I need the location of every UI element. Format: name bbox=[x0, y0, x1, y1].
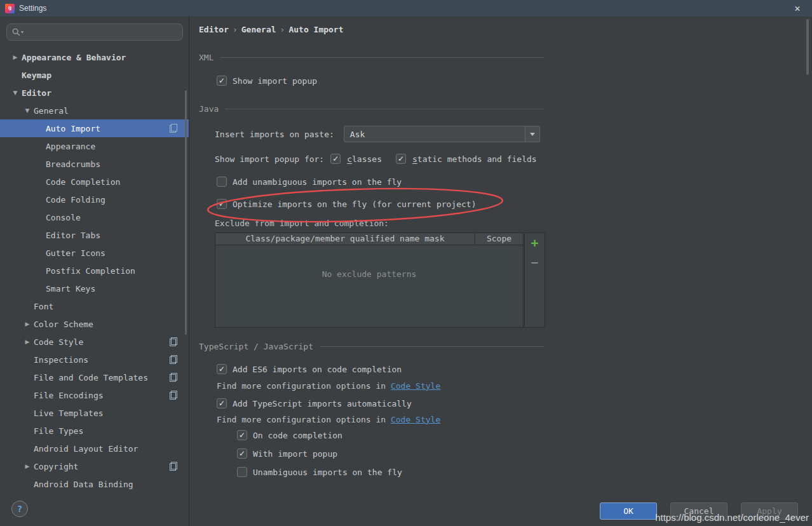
chevron-right-icon[interactable]: ▶ bbox=[21, 339, 34, 345]
mnemonic: s bbox=[412, 154, 417, 164]
exclude-table-toolbar: + − bbox=[524, 233, 545, 328]
show-import-popup-checkbox[interactable] bbox=[217, 76, 227, 86]
es6-imports-label[interactable]: Add ES6 imports on code completion bbox=[233, 365, 402, 374]
unambiguous-imports-label[interactable]: Unambiguous imports on the fly bbox=[253, 468, 402, 477]
sidebar-item-editor-tabs[interactable]: Editor Tabs bbox=[0, 226, 189, 244]
sidebar-item-editor[interactable]: ▼Editor bbox=[0, 84, 189, 102]
on-code-completion-label[interactable]: On code completion bbox=[253, 431, 342, 440]
sidebar-item-appearance-behavior[interactable]: ▶Appearance & Behavior bbox=[0, 48, 189, 66]
chevron-down-icon bbox=[530, 133, 535, 136]
sidebar-item-gutter-icons[interactable]: Gutter Icons bbox=[0, 244, 189, 262]
sidebar-item-label: General bbox=[34, 106, 69, 116]
sidebar-item-label: File Types bbox=[34, 426, 83, 436]
sidebar-item-label: Android Data Binding bbox=[34, 480, 133, 489]
sidebar-item-copyright[interactable]: ▶Copyright bbox=[0, 457, 189, 475]
chevron-down-icon[interactable]: ▼ bbox=[9, 90, 22, 96]
static-methods-checkbox[interactable] bbox=[396, 154, 406, 164]
sidebar-item-keymap[interactable]: Keymap bbox=[0, 66, 189, 84]
sidebar-item-inspections[interactable]: Inspections bbox=[0, 351, 189, 368]
chevron-right-icon[interactable]: ▶ bbox=[21, 463, 34, 469]
on-code-completion-checkbox[interactable] bbox=[237, 430, 247, 440]
insert-imports-value: Ask bbox=[344, 130, 525, 139]
optimize-imports-label[interactable]: Optimize imports on the fly (for current… bbox=[233, 199, 477, 209]
sidebar-item-code-style[interactable]: ▶Code Style bbox=[0, 333, 189, 351]
with-import-popup-checkbox[interactable] bbox=[237, 448, 247, 459]
exclude-from-import-label: Exclude from import and completion: bbox=[215, 219, 389, 228]
es6-imports-checkbox[interactable] bbox=[217, 364, 227, 374]
shared-settings-icon bbox=[170, 355, 177, 364]
classes-label[interactable]: classes bbox=[347, 154, 382, 164]
sidebar-item-file-encodings[interactable]: File Encodings bbox=[0, 386, 189, 404]
sidebar-item-breadcrumbs[interactable]: Breadcrumbs bbox=[0, 155, 189, 173]
column-header-mask[interactable]: Class/package/member qualified name mask bbox=[215, 233, 475, 245]
column-header-scope[interactable]: Scope bbox=[475, 233, 523, 245]
breadcrumb-editor: Editor bbox=[199, 25, 229, 34]
find-more-text: Find more configuration options in bbox=[217, 415, 391, 424]
code-style-link[interactable]: Code Style bbox=[391, 415, 440, 424]
add-unambiguous-label[interactable]: Add unambiguous imports on the fly bbox=[233, 177, 402, 187]
xml-section: XML Show import popup bbox=[199, 52, 812, 88]
java-section-label: Java bbox=[199, 104, 219, 114]
search-box[interactable]: ▾ bbox=[6, 24, 183, 41]
with-import-popup-label[interactable]: With import popup bbox=[253, 449, 337, 459]
sidebar-item-live-templates[interactable]: Live Templates bbox=[0, 404, 189, 422]
sidebar-item-label: Gutter Icons bbox=[46, 248, 105, 258]
sidebar-item-label: Color Scheme bbox=[34, 320, 93, 329]
optimize-imports-checkbox[interactable] bbox=[217, 199, 227, 209]
sidebar-item-label: Code Completion bbox=[46, 177, 120, 187]
sidebar-item-android-data-binding[interactable]: Android Data Binding bbox=[0, 475, 189, 493]
find-more-text: Find more configuration options in bbox=[217, 381, 391, 391]
settings-window: { "window": { "title": "Settings", "logo… bbox=[0, 0, 812, 526]
app-logo-icon: IJ bbox=[5, 4, 15, 13]
exclude-table-body: No exclude patterns bbox=[215, 245, 523, 327]
sidebar-item-file-types[interactable]: File Types bbox=[0, 422, 189, 440]
sidebar-item-font[interactable]: Font bbox=[0, 297, 189, 315]
unambiguous-imports-checkbox[interactable] bbox=[237, 467, 247, 477]
sidebar-item-label: Editor bbox=[22, 88, 51, 98]
sidebar-item-postfix-completion[interactable]: Postfix Completion bbox=[0, 262, 189, 280]
remove-pattern-button[interactable]: − bbox=[531, 257, 538, 267]
sidebar-item-code-completion[interactable]: Code Completion bbox=[0, 173, 189, 191]
search-icon[interactable]: ▾ bbox=[12, 28, 24, 36]
typescript-imports-checkbox[interactable] bbox=[217, 398, 227, 408]
shared-settings-icon bbox=[170, 124, 177, 133]
sidebar-scrollbar[interactable] bbox=[185, 90, 187, 335]
sidebar-item-label: Android Layout Editor bbox=[34, 444, 138, 454]
sidebar-item-appearance[interactable]: Appearance bbox=[0, 137, 189, 155]
sidebar-item-smart-keys[interactable]: Smart Keys bbox=[0, 280, 189, 297]
sidebar-item-label: Live Templates bbox=[34, 408, 104, 418]
static-methods-label[interactable]: static methods and fields bbox=[412, 154, 537, 164]
breadcrumb-separator: › bbox=[276, 25, 289, 34]
shared-settings-icon bbox=[170, 391, 177, 400]
insert-imports-select[interactable]: Ask bbox=[344, 126, 540, 142]
sidebar-item-auto-import[interactable]: Auto Import bbox=[0, 119, 189, 137]
add-pattern-button[interactable]: + bbox=[531, 236, 538, 249]
sidebar-item-color-scheme[interactable]: ▶Color Scheme bbox=[0, 315, 189, 333]
code-style-link[interactable]: Code Style bbox=[391, 381, 440, 391]
typescript-section-label: TypeScript / JavaScript bbox=[199, 342, 313, 351]
typescript-imports-label[interactable]: Add TypeScript imports automatically bbox=[233, 399, 412, 408]
exclude-table: Class/package/member qualified name mask… bbox=[215, 233, 524, 328]
sidebar-item-file-and-code-templates[interactable]: File and Code Templates bbox=[0, 368, 189, 386]
search-input[interactable] bbox=[25, 27, 177, 37]
classes-checkbox[interactable] bbox=[330, 154, 341, 164]
sidebar-item-label: Auto Import bbox=[46, 124, 100, 133]
chevron-right-icon[interactable]: ▶ bbox=[21, 321, 34, 327]
chevron-down-icon[interactable]: ▼ bbox=[21, 107, 34, 114]
no-exclude-patterns-text: No exclude patterns bbox=[215, 269, 523, 279]
sidebar-item-android-layout-editor[interactable]: Android Layout Editor bbox=[0, 440, 189, 457]
help-button[interactable]: ? bbox=[11, 501, 28, 517]
settings-content: Editor›General›Auto Import XML Show impo… bbox=[190, 17, 812, 526]
sidebar-item-code-folding[interactable]: Code Folding bbox=[0, 191, 189, 208]
main-scrollbar[interactable] bbox=[806, 19, 809, 75]
sidebar-item-console[interactable]: Console bbox=[0, 208, 189, 226]
sidebar-item-general[interactable]: ▼General bbox=[0, 102, 189, 119]
add-unambiguous-checkbox[interactable] bbox=[217, 177, 227, 187]
typescript-section: TypeScript / JavaScript Add ES6 imports … bbox=[199, 341, 812, 479]
ok-button[interactable]: OK bbox=[600, 502, 657, 520]
close-icon[interactable]: ✕ bbox=[788, 3, 807, 14]
show-import-popup-label[interactable]: Show import popup bbox=[233, 76, 317, 86]
chevron-right-icon[interactable]: ▶ bbox=[9, 54, 22, 60]
sidebar-item-label: Keymap bbox=[22, 71, 51, 80]
breadcrumb-auto-import: Auto Import bbox=[288, 25, 343, 34]
